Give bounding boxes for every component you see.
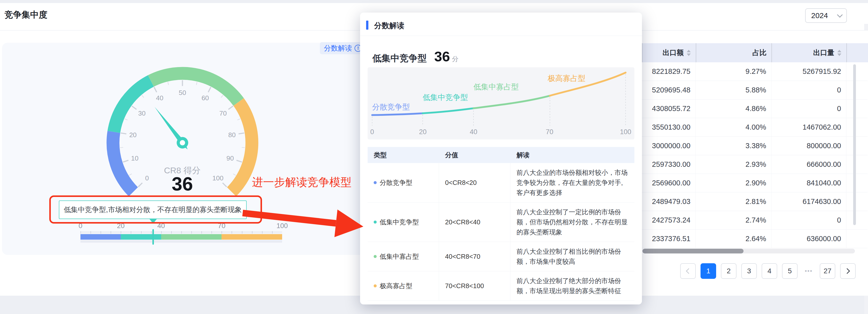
table-row[interactable]: 2569600.002.90%841040.00: [642, 174, 868, 193]
table-cell: 666000.00: [771, 155, 846, 174]
curve-label-1: 分散竞争型: [372, 102, 410, 112]
table-cell: 9.27%: [696, 62, 771, 81]
sort-icon[interactable]: [687, 50, 691, 56]
table-row[interactable]: 3550130.004.00%1467062.00: [642, 118, 868, 137]
modal-table-type-cell: 极高寡占型: [368, 271, 439, 301]
table-cell-partial: [846, 193, 868, 211]
table-column-header[interactable]: 出口量: [772, 43, 847, 62]
gauge-tick-label: 70: [219, 109, 226, 117]
table-cell: 2.74%: [696, 211, 771, 229]
chevron-left-icon: [686, 268, 692, 274]
pagination-page-5[interactable]: 5: [782, 263, 798, 279]
modal-table-header: 类型分值解读: [368, 147, 634, 163]
curve-seg-blue: [372, 113, 423, 115]
modal-score-row: 低集中竞争型 36 分: [372, 48, 458, 65]
table-horizontal-scrollbar[interactable]: [643, 249, 855, 253]
pagination-page-3[interactable]: 3: [741, 263, 757, 279]
table-cell: 3550130.00: [642, 118, 696, 136]
table-cell-partial: [846, 118, 868, 136]
table-row[interactable]: 8221829.759.27%5267915.92: [642, 62, 868, 81]
modal-title-accent-bar: [366, 21, 368, 30]
curve-x-tick-label: 0: [370, 128, 374, 136]
table-cell: 636000.00: [771, 230, 846, 248]
table-cell: 3.38%: [696, 137, 771, 155]
annotation-text: 进一步解读竞争模型: [252, 175, 351, 190]
column-header-label: 出口额: [662, 48, 684, 58]
table-cell-partial: [846, 211, 868, 229]
type-dot-icon: [374, 284, 377, 287]
table-row[interactable]: 2597330.002.93%666000.00: [642, 155, 868, 174]
table-row[interactable]: 4308055.724.86%0: [642, 100, 868, 118]
scale-bar-segment: [121, 234, 161, 240]
table-cell: 0: [771, 100, 846, 118]
gauge-tick-label: 10: [131, 154, 138, 162]
pagination-next-button[interactable]: [840, 263, 856, 279]
curve-x-tick-label: 40: [470, 128, 477, 136]
table-row[interactable]: 2427573.242.74%0: [642, 211, 868, 230]
gauge-tick-label: 50: [179, 89, 186, 97]
score-explain-modal: 分数解读 低集中竞争型 36 分 分散竞争型 低集中竞争型 低集中寡占型 极高: [360, 12, 642, 305]
modal-table-row: 低集中竞争型20<CR8<40前八大企业控制了一定比例的市场份额，但市场仍然相对…: [368, 203, 634, 242]
pagination-page-27[interactable]: 27: [820, 263, 835, 279]
table-column-header[interactable]: 占比: [696, 43, 772, 62]
table-cell-partial: [846, 62, 868, 81]
cr8-segment-curve-chart: 分散竞争型 低集中竞争型 低集中寡占型 极高寡占型 0204070100: [368, 67, 634, 139]
modal-table-desc-cell: 前八大企业的市场份额相对较小，市场竞争较为分散，存在大量的竞争对手,客户有更多选…: [510, 163, 634, 202]
type-dot-icon: [374, 181, 377, 184]
table-cell: 1467062.00: [771, 118, 846, 136]
curve-label-3: 低集中寡占型: [473, 82, 519, 92]
type-dot-icon: [374, 255, 377, 258]
gauge-arc-orange: [231, 102, 252, 192]
gauge-tick-label: 30: [138, 109, 146, 117]
table-cell-partial: [846, 137, 868, 155]
table-column-header[interactable]: 出口额: [643, 43, 696, 62]
curve-x-tick-label: 100: [620, 128, 631, 136]
type-dot-icon: [374, 220, 377, 223]
modal-score-type: 低集中竞争型: [372, 52, 427, 65]
table-cell-partial: [846, 155, 868, 174]
table-horizontal-scrollbar-thumb[interactable]: [643, 249, 744, 253]
table-cell: 2.90%: [696, 174, 771, 192]
table-vertical-scrollbar[interactable]: [853, 64, 856, 225]
curve-x-tick-label: 70: [546, 128, 553, 136]
modal-score-unit: 分: [452, 55, 458, 64]
pagination-prev-button[interactable]: [680, 263, 696, 279]
year-select-value: 2024: [811, 11, 828, 20]
gauge-tick-label: 20: [129, 131, 136, 139]
table-row[interactable]: 2337376.512.64%636000.00: [642, 230, 868, 248]
sort-icon[interactable]: [837, 50, 841, 56]
scale-bar-marker: [152, 229, 154, 245]
export-data-table: 出口额占比出口量 8221829.759.27%5267915.92520969…: [642, 31, 868, 296]
table-cell-partial: [846, 230, 868, 248]
table-cell: 841040.00: [771, 174, 846, 192]
gauge-tick-label: 90: [226, 154, 234, 162]
pagination-page-2[interactable]: 2: [721, 263, 737, 279]
scale-bar-segment: [81, 234, 121, 240]
modal-title: 分数解读: [374, 21, 404, 31]
pagination-page-1[interactable]: 1: [701, 263, 716, 279]
annotation-arrow-icon: [234, 204, 370, 244]
table-row[interactable]: 2489479.032.81%6174630.00: [642, 193, 868, 211]
table-cell: 800000.00: [771, 137, 846, 155]
table-cell: 3000000.00: [642, 137, 696, 155]
curve-label-4: 极高寡占型: [548, 73, 585, 84]
table-cell-partial: [846, 174, 868, 192]
gauge-tick-label: 80: [228, 131, 236, 139]
column-header-label: 出口量: [813, 48, 834, 58]
table-cell: 2489479.03: [642, 193, 696, 211]
table-row[interactable]: 5209695.485.88%0: [642, 81, 868, 100]
column-header-label: 占比: [752, 48, 767, 58]
year-select[interactable]: 2024: [805, 8, 847, 23]
curve-seg-teal: [423, 108, 473, 113]
modal-table-desc-cell: 前八大企业控制了一定比例的市场份额，但市场仍然相对分散，不存在明显的寡头垄断现象: [510, 203, 634, 242]
type-label: 分散竞争型: [380, 178, 412, 187]
gauge-arc-green: [151, 73, 239, 102]
pagination-page-4[interactable]: 4: [762, 263, 777, 279]
table-cell: 5.88%: [696, 81, 771, 99]
pagination: 12345•••27: [680, 263, 856, 279]
modal-table-type-cell: 低集中寡占型: [368, 242, 439, 271]
table-cell: 2.64%: [696, 230, 771, 248]
table-cell: 5267915.92: [771, 62, 846, 81]
table-row[interactable]: 3000000.003.38%800000.00: [642, 137, 868, 155]
table-cell: 4.86%: [696, 100, 771, 118]
